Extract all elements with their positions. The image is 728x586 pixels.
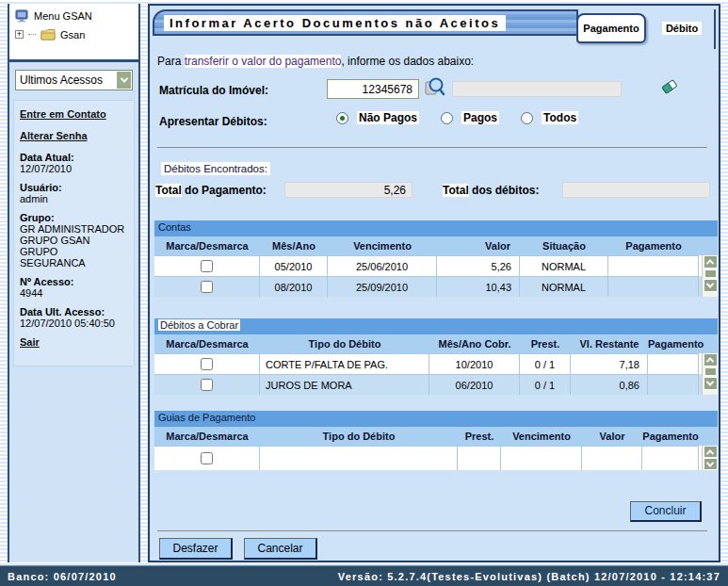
col-marca: Marca/Desmarca	[154, 431, 260, 442]
row-checkbox[interactable]	[201, 260, 213, 272]
search-icon[interactable]	[424, 76, 446, 103]
scroll-down-button[interactable]	[704, 377, 718, 390]
footer-banco: Banco: 06/07/2010	[8, 571, 117, 582]
user-value: admin	[20, 193, 128, 204]
computer-icon	[15, 9, 29, 23]
cell-vl-restante: 7,18	[571, 353, 648, 374]
scroll-down-button[interactable]	[704, 279, 718, 292]
cancelar-button[interactable]: Cancelar	[244, 538, 317, 560]
cell-mes-cobr: 06/2010	[429, 374, 520, 395]
row-checkbox[interactable]	[201, 379, 213, 391]
cell-valor	[582, 446, 642, 470]
logout-link[interactable]: Sair	[20, 336, 128, 348]
col-tipo: Tipo do Débito	[260, 431, 458, 442]
radio-todos[interactable]	[521, 112, 533, 124]
matricula-label: Matrícula do Imóvel:	[159, 84, 268, 97]
table-row: 05/2010 25/06/2010 5,26 NORMAL	[154, 255, 718, 276]
total-rest: dos débitos:	[469, 184, 540, 197]
col-situacao: Situação	[520, 240, 608, 252]
cell-pagamento	[642, 446, 699, 470]
chevron-up-icon	[706, 259, 714, 267]
apresentar-label: Apresentar Débitos:	[159, 115, 267, 128]
row-checkbox[interactable]	[201, 281, 213, 293]
col-pagamento: Pagamento	[648, 338, 699, 350]
tab-debito-label: Débito	[662, 22, 702, 35]
radio-nao-pagos[interactable]	[336, 112, 348, 124]
guias-table: Guias de Pagamento Marca/Desmarca Tipo d…	[154, 411, 718, 470]
row-checkbox[interactable]	[201, 452, 213, 464]
debitos-title-text: Débitos a Cobrar	[158, 319, 240, 331]
col-prest: Prest.	[520, 338, 571, 350]
group-label: Grupo:	[20, 212, 128, 223]
tree-node-label: Gsan	[60, 29, 85, 41]
last-access-value: 12/07/2010 05:40:50	[20, 317, 128, 329]
debitos-table: Débitos a Cobrar Marca/Desmarca Tipo do …	[154, 318, 718, 395]
contas-table: Contas Marca/Desmarca Mês/Ano Vencimento…	[154, 220, 718, 297]
chevron-up-icon	[706, 449, 714, 457]
matricula-input[interactable]	[327, 79, 419, 99]
eraser-icon[interactable]	[659, 76, 680, 101]
cell-tipo: JUROS DE MORA	[260, 374, 429, 395]
col-marca: Marca/Desmarca	[154, 240, 260, 252]
contas-table-title: Contas	[154, 220, 718, 236]
cell-vencimento	[501, 446, 582, 470]
scroll-up-button[interactable]	[704, 446, 718, 458]
col-vencimento: Vencimento	[501, 431, 582, 442]
scroll-up-button[interactable]	[704, 353, 718, 366]
cell-pagamento	[608, 276, 699, 297]
desfazer-button[interactable]: Desfazer	[159, 538, 233, 560]
contact-link[interactable]: Entre em Contato	[20, 108, 128, 120]
radio-todos-label: Todos	[542, 111, 578, 124]
cell-situacao: NORMAL	[520, 276, 608, 297]
contas-scrollbar[interactable]	[702, 255, 718, 297]
cell-prest: 0 / 1	[520, 353, 571, 374]
concluir-button[interactable]: Concluir	[630, 501, 702, 522]
main-panel: Informar Acerto Documentos não Aceitos P…	[148, 4, 720, 562]
cell-pagamento	[648, 374, 699, 395]
cell-vencimento: 25/06/2010	[328, 255, 437, 276]
debitos-scrollbar[interactable]	[702, 353, 718, 395]
last-access-label: Data Ult. Acesso:	[20, 306, 128, 317]
radio-pagos[interactable]	[441, 112, 453, 124]
chevron-down-icon	[706, 280, 714, 287]
titlebar: Informar Acerto Documentos não Aceitos	[153, 9, 578, 36]
tree-expander-icon[interactable]: +	[15, 30, 24, 39]
debitos-table-title: Débitos a Cobrar	[154, 318, 718, 334]
footer-versao: Versão: 5.2.7.4(Testes-Evolutivas) (Batc…	[338, 571, 720, 582]
divider	[157, 530, 707, 531]
menu-root[interactable]: Menu GSAN	[15, 9, 135, 23]
guias-table-title: Guias de Pagamento	[154, 411, 718, 427]
tab-pagamento[interactable]: Pagamento	[576, 13, 646, 43]
row-checkbox[interactable]	[201, 358, 213, 370]
scroll-up-button[interactable]	[704, 255, 718, 269]
cell-prest	[458, 446, 501, 470]
scroll-thumb[interactable]	[704, 367, 717, 376]
menu-tree: Menu GSAN + Gsan	[9, 4, 138, 62]
total-word: Total	[443, 184, 469, 197]
change-password-link[interactable]: Alterar Senha	[20, 130, 128, 141]
col-valor: Valor	[582, 431, 642, 442]
page-title: Informar Acerto Documentos não Aceitos	[164, 15, 506, 31]
tab-debito[interactable]: Débito	[650, 9, 716, 49]
col-pagamento: Pagamento	[608, 240, 699, 252]
col-vencimento: Vencimento	[328, 240, 437, 252]
cell-valor: 10,43	[437, 276, 520, 297]
ultimos-acessos-value: Ultimos Acessos	[16, 73, 103, 87]
cell-prest: 0 / 1	[520, 374, 571, 395]
ultimos-acessos-select[interactable]: Ultimos Acessos	[15, 70, 133, 90]
footer-bar: Banco: 06/07/2010 Versão: 5.2.7.4(Testes…	[0, 565, 728, 586]
scroll-down-button[interactable]	[704, 458, 718, 470]
chevron-down-icon	[706, 378, 714, 385]
dropdown-arrow-button[interactable]	[116, 71, 132, 90]
col-prest: Prest.	[458, 431, 501, 442]
side-panel: Ultimos Acessos Entre em Contato Alterar…	[9, 62, 138, 366]
scroll-thumb[interactable]	[704, 269, 717, 278]
tree-node-gsan[interactable]: + Gsan	[15, 28, 135, 41]
page: Menu GSAN + Gsan Ultimos Acessos Entre e…	[0, 0, 728, 586]
table-row: JUROS DE MORA 06/2010 0 / 1 0,86	[154, 374, 718, 395]
user-label: Usuário:	[20, 182, 128, 193]
col-mes-cobr: Mês/Ano Cobr.	[429, 338, 520, 350]
contas-table-header: Marca/Desmarca Mês/Ano Vencimento Valor …	[154, 236, 718, 255]
table-row: CORTE P/FALTA DE PAG. 10/2010 0 / 1 7,18	[154, 353, 718, 374]
guias-scrollbar[interactable]	[702, 446, 718, 470]
